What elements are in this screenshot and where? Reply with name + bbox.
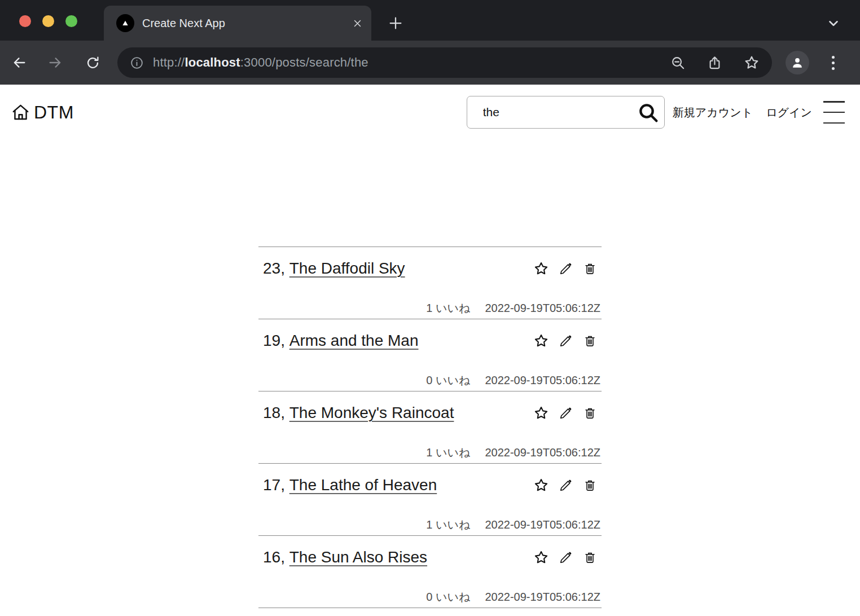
omnibox-actions: [670, 55, 760, 71]
post-timestamp: 2022-09-19T05:06:12Z: [485, 518, 600, 531]
post-title-row: 19, Arms and the Man: [258, 332, 602, 350]
post-actions: [534, 333, 602, 348]
favorite-star-icon[interactable]: [534, 550, 549, 565]
post-list-item: 23, The Daffodil Sky 1 いいね2022-09-19T05:…: [258, 247, 602, 319]
favorite-star-icon[interactable]: [534, 261, 549, 276]
post-timestamp: 2022-09-19T05:06:12Z: [485, 302, 600, 314]
post-title-link[interactable]: The Monkey's Raincoat: [289, 404, 454, 422]
delete-trash-icon[interactable]: [582, 478, 597, 492]
post-likes: 1 いいね: [426, 518, 470, 531]
post-actions: [534, 406, 602, 420]
header-actions: 新規アカウント ログイン: [467, 96, 845, 129]
post-list-item: 16, The Sun Also Rises 0 いいね2022-09-19T0…: [258, 536, 602, 608]
favorite-star-icon[interactable]: [534, 333, 549, 348]
post-number: 18,: [263, 404, 289, 422]
tab-close-icon[interactable]: [353, 19, 362, 28]
browser-window: Create Next App http://localhost:3000/po…: [0, 0, 860, 616]
post-actions: [534, 550, 602, 565]
post-title-link[interactable]: The Daffodil Sky: [289, 259, 405, 278]
delete-trash-icon[interactable]: [582, 406, 597, 420]
login-link[interactable]: ログイン: [766, 105, 812, 120]
site-header: DTM 新規アカウント ログイン: [0, 85, 860, 129]
signup-link[interactable]: 新規アカウント: [673, 105, 753, 120]
favorite-star-icon[interactable]: [534, 478, 549, 492]
search-box: [467, 96, 665, 129]
home-link[interactable]: DTM: [11, 102, 74, 123]
tab-search-chevron-icon[interactable]: [826, 16, 841, 30]
nextjs-favicon-icon: [116, 14, 134, 32]
edit-pencil-icon[interactable]: [558, 478, 573, 492]
post-meta: 0 いいね2022-09-19T05:06:12Z: [258, 589, 602, 605]
post-title-row: 18, The Monkey's Raincoat: [258, 404, 602, 422]
post-list-item: 17, The Lathe of Heaven 1 いいね2022-09-19T…: [258, 464, 602, 536]
delete-trash-icon[interactable]: [582, 261, 597, 276]
post-timestamp: 2022-09-19T05:06:12Z: [485, 374, 600, 386]
window-controls: [19, 15, 77, 27]
post-likes: 0 いいね: [426, 591, 470, 603]
window-close-button[interactable]: [19, 15, 31, 27]
post-number: 23,: [263, 259, 289, 278]
post-list: 23, The Daffodil Sky 1 いいね2022-09-19T05:…: [258, 247, 602, 608]
post-meta: 1 いいね2022-09-19T05:06:12Z: [258, 301, 602, 316]
post-title-row: 16, The Sun Also Rises: [258, 548, 602, 566]
share-icon[interactable]: [707, 55, 722, 71]
edit-pencil-icon[interactable]: [558, 261, 573, 276]
post-likes: 1 いいね: [426, 446, 470, 459]
post-actions: [534, 261, 602, 276]
post-meta: 1 いいね2022-09-19T05:06:12Z: [258, 445, 602, 460]
browser-toolbar: http://localhost:3000/posts/search/the: [0, 41, 860, 85]
delete-trash-icon[interactable]: [582, 333, 597, 348]
home-icon: [11, 103, 30, 122]
post-list-item: 19, Arms and the Man 0 いいね2022-09-19T05:…: [258, 319, 602, 391]
forward-button[interactable]: [47, 55, 63, 71]
post-title-link[interactable]: The Lathe of Heaven: [289, 476, 437, 494]
edit-pencil-icon[interactable]: [558, 550, 573, 565]
post-number: 16,: [263, 548, 289, 566]
post-timestamp: 2022-09-19T05:06:12Z: [485, 446, 600, 459]
post-number: 19,: [263, 332, 289, 350]
profile-avatar[interactable]: [786, 51, 809, 74]
window-minimize-button[interactable]: [42, 15, 54, 27]
post-meta: 1 いいね2022-09-19T05:06:12Z: [258, 517, 602, 533]
post-list-item: 18, The Monkey's Raincoat 1 いいね2022-09-1…: [258, 391, 602, 464]
post-timestamp: 2022-09-19T05:06:12Z: [485, 591, 600, 603]
reload-button[interactable]: [85, 55, 100, 71]
edit-pencil-icon[interactable]: [558, 406, 573, 420]
page-content: DTM 新規アカウント ログイン 23, The Daffodil Sky: [0, 85, 860, 616]
search-button[interactable]: [637, 102, 660, 124]
post-likes: 1 いいね: [426, 302, 470, 314]
back-button[interactable]: [11, 55, 27, 71]
favorite-star-icon[interactable]: [534, 406, 549, 420]
zoom-out-icon[interactable]: [670, 55, 686, 71]
post-title-link[interactable]: The Sun Also Rises: [289, 548, 427, 566]
tab-strip: Create Next App: [0, 0, 860, 41]
browser-tab[interactable]: Create Next App: [104, 6, 371, 41]
address-bar[interactable]: http://localhost:3000/posts/search/the: [117, 47, 772, 78]
post-meta: 0 いいね2022-09-19T05:06:12Z: [258, 373, 602, 388]
new-tab-button[interactable]: [387, 15, 404, 32]
site-info-icon[interactable]: [130, 56, 144, 70]
browser-menu-icon[interactable]: [832, 56, 835, 70]
post-title-link[interactable]: Arms and the Man: [289, 332, 419, 350]
hamburger-menu-icon[interactable]: [823, 100, 845, 124]
brand-text: DTM: [34, 102, 74, 123]
delete-trash-icon[interactable]: [582, 550, 597, 565]
tab-title: Create Next App: [142, 17, 225, 30]
window-fullscreen-button[interactable]: [65, 15, 77, 27]
search-input[interactable]: [467, 96, 664, 128]
post-actions: [534, 478, 602, 492]
bookmark-star-icon[interactable]: [744, 55, 760, 71]
post-likes: 0 いいね: [426, 374, 470, 386]
post-title-row: 17, The Lathe of Heaven: [258, 476, 602, 494]
edit-pencil-icon[interactable]: [558, 333, 573, 348]
post-number: 17,: [263, 476, 289, 494]
post-title-row: 23, The Daffodil Sky: [258, 259, 602, 278]
url-text: http://localhost:3000/posts/search/the: [153, 55, 368, 70]
